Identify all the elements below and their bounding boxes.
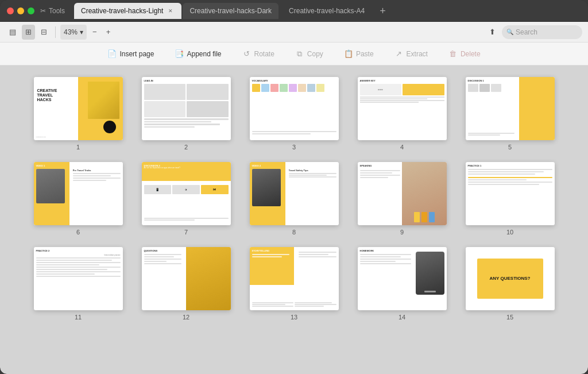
- zoom-increase-button[interactable]: +: [103, 25, 114, 40]
- zoom-decrease-button[interactable]: −: [89, 25, 100, 40]
- page-number-15: 15: [506, 314, 513, 321]
- tools-scissor-icon: ✂: [40, 7, 46, 15]
- list-item[interactable]: HOMEWORK 14: [354, 247, 450, 321]
- zoom-control[interactable]: 43% ▾: [60, 25, 87, 40]
- extract-icon: ↗: [394, 49, 404, 59]
- list-item[interactable]: QUESTIONS 12: [138, 247, 234, 321]
- insert-page-icon: 📄: [107, 49, 117, 59]
- maximize-button[interactable]: [28, 7, 34, 14]
- list-item[interactable]: VIDEO 1 Pre Travel Tricks 6: [30, 162, 126, 236]
- page-thumbnail-11[interactable]: PRACTICE 2 Intermediate practice: [34, 247, 123, 310]
- view-single-icon: ▤: [9, 28, 16, 36]
- delete-label: Delete: [461, 50, 481, 58]
- page-number-4: 4: [400, 144, 404, 151]
- rotate-icon: ↺: [242, 49, 252, 59]
- list-item[interactable]: PRACTICE 1 10: [462, 162, 558, 236]
- page-number-8: 8: [292, 229, 296, 236]
- rotate-button[interactable]: ↺ Rotate: [239, 47, 278, 61]
- list-item[interactable]: CREATIVETRAVELHACKS creativeesl.com 1: [30, 77, 126, 151]
- page-thumbnail-7[interactable]: DISCUSSION 2 Are we too dependent on app…: [142, 162, 231, 225]
- share-button[interactable]: ⬆: [485, 25, 500, 40]
- page-number-11: 11: [75, 314, 82, 321]
- insert-page-button[interactable]: 📄 Insert page: [104, 47, 157, 61]
- traffic-lights: [7, 7, 34, 14]
- paste-label: Paste: [356, 50, 374, 58]
- main-window: ✂ Tools Creative-travel-hacks-Light ✕ Cr…: [0, 0, 588, 374]
- list-item[interactable]: PRACTICE 2 Intermediate practice 1: [30, 247, 126, 321]
- tab-dark-label: Creative-travel-hacks-Dark: [189, 7, 272, 15]
- rotate-label: Rotate: [254, 50, 274, 58]
- page-number-13: 13: [291, 314, 297, 321]
- close-button[interactable]: [7, 7, 14, 14]
- page-number-2: 2: [184, 144, 188, 151]
- page-thumbnail-4[interactable]: ANSWER KEY ⊞⊞⊞: [358, 77, 447, 140]
- top-toolbar: ▤ ⊞ ⊟ 43% ▾ − + ⬆ 🔍 Search: [0, 22, 588, 43]
- search-icon: 🔍: [506, 29, 513, 35]
- page-number-14: 14: [399, 314, 405, 321]
- page-number-7: 7: [184, 229, 188, 236]
- tab-dark[interactable]: Creative-travel-hacks-Dark: [183, 3, 278, 19]
- copy-label: Copy: [307, 50, 323, 58]
- delete-button[interactable]: 🗑 Delete: [445, 47, 484, 61]
- page-number-9: 9: [400, 229, 404, 236]
- tab-a4[interactable]: Creative-travel-hacks-A4: [280, 3, 374, 19]
- view-pages-button[interactable]: ⊟: [37, 25, 51, 40]
- page-number-5: 5: [508, 144, 512, 151]
- tab-light-close[interactable]: ✕: [167, 7, 175, 15]
- tabs-container: Creative-travel-hacks-Light ✕ Creative-t…: [74, 3, 581, 19]
- list-item[interactable]: ANSWER KEY ⊞⊞⊞ 4: [354, 77, 450, 151]
- view-grid-icon: ⊞: [25, 28, 32, 36]
- page-thumbnail-6[interactable]: VIDEO 1 Pre Travel Tricks: [34, 162, 123, 225]
- tab-light-label: Creative-travel-hacks-Light: [81, 7, 163, 15]
- page-number-3: 3: [292, 144, 296, 151]
- zoom-increase-icon: +: [106, 28, 111, 36]
- page-thumbnail-1[interactable]: CREATIVETRAVELHACKS creativeesl.com: [34, 77, 123, 140]
- page-thumbnail-3[interactable]: VOCABULARY: [250, 77, 339, 140]
- page-thumbnail-14[interactable]: HOMEWORK: [358, 247, 447, 310]
- append-file-button[interactable]: 📑 Append file: [171, 47, 225, 61]
- append-file-label: Append file: [187, 50, 221, 58]
- page-thumbnail-15[interactable]: ANY QUESTIONS?: [466, 247, 555, 310]
- zoom-level: 43%: [64, 28, 78, 36]
- page-thumbnail-13[interactable]: STORYTELLING: [250, 247, 339, 310]
- page-thumbnail-9[interactable]: SPEAKING: [358, 162, 447, 225]
- page-thumbnail-2[interactable]: LEAD-IN: [142, 77, 231, 140]
- list-item[interactable]: LEAD-IN 2: [138, 77, 234, 151]
- list-item[interactable]: DISCUSSION 2 Are we too dependent on app…: [138, 162, 234, 236]
- tools-menu[interactable]: ✂ Tools: [40, 7, 65, 15]
- zoom-decrease-icon: −: [92, 28, 97, 36]
- list-item[interactable]: STORYTELLING: [246, 247, 342, 321]
- page-thumbnail-12[interactable]: QUESTIONS: [142, 247, 231, 310]
- paste-icon: 📋: [344, 49, 353, 59]
- list-item[interactable]: VIDEO 2 Travel Safety Tips 8: [246, 162, 342, 236]
- search-box[interactable]: 🔍 Search: [502, 25, 582, 39]
- search-placeholder: Search: [516, 28, 537, 36]
- page-thumbnail-10[interactable]: PRACTICE 1: [466, 162, 555, 225]
- extract-label: Extract: [407, 50, 428, 58]
- tab-a4-label: Creative-travel-hacks-A4: [289, 7, 365, 15]
- copy-icon: ⧉: [295, 49, 304, 59]
- list-item[interactable]: DISCUSSION 1 5: [462, 77, 558, 151]
- share-icon: ⬆: [489, 28, 496, 36]
- list-item[interactable]: ANY QUESTIONS? 15: [462, 247, 558, 321]
- add-tab-button[interactable]: +: [375, 6, 390, 16]
- view-pages-icon: ⊟: [41, 28, 47, 36]
- titlebar: ✂ Tools Creative-travel-hacks-Light ✕ Cr…: [0, 0, 588, 22]
- tab-light[interactable]: Creative-travel-hacks-Light ✕: [74, 3, 181, 19]
- view-single-button[interactable]: ▤: [6, 25, 20, 40]
- view-grid-button[interactable]: ⊞: [22, 25, 35, 40]
- list-item[interactable]: VOCABULARY: [246, 77, 342, 151]
- list-item[interactable]: SPEAKING 9: [354, 162, 450, 236]
- page-thumbnail-8[interactable]: VIDEO 2 Travel Safety Tips: [250, 162, 339, 225]
- page-number-12: 12: [183, 314, 189, 321]
- page-number-1: 1: [76, 144, 80, 151]
- zoom-chevron-icon: ▾: [80, 28, 83, 36]
- pages-grid: CREATIVETRAVELHACKS creativeesl.com 1 LE…: [30, 77, 558, 321]
- minimize-button[interactable]: [17, 7, 24, 14]
- append-file-icon: 📑: [175, 49, 184, 59]
- page-thumbnail-5[interactable]: DISCUSSION 1: [466, 77, 555, 140]
- paste-button[interactable]: 📋 Paste: [341, 47, 377, 61]
- copy-button[interactable]: ⧉ Copy: [292, 47, 327, 61]
- page-number-6: 6: [76, 229, 80, 236]
- extract-button[interactable]: ↗ Extract: [391, 47, 431, 61]
